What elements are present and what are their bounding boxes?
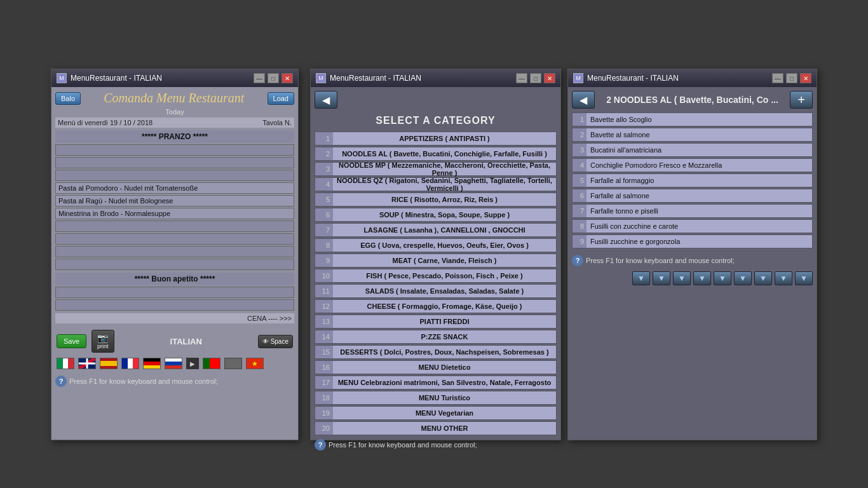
category-item-4[interactable]: 4 NOODLES QZ ( Rigatoni, Sedanini, Spagh… (315, 177, 557, 191)
category-item-8[interactable]: 8 EGG ( Uova, crespelle, Huevos, Oeufs, … (315, 238, 557, 252)
window-title-right: MenuRestaurant - ITALIAN (587, 74, 679, 83)
category-item-10[interactable]: 10 FISH ( Pesce, Pescado, Poisson, Fisch… (315, 269, 557, 283)
category-item-9[interactable]: 9 MEAT ( Carne, Viande, Fleisch ) (315, 254, 557, 268)
menu-row-3[interactable] (55, 170, 294, 181)
help-text-middle: Press F1 for know keyboard and mouse con… (329, 441, 477, 449)
category-item-5[interactable]: 5 RICE ( Risotto, Arroz, Riz, Reis ) (315, 193, 557, 207)
dish-item-8[interactable]: 8 Fusilli con zucchine e carote (572, 219, 813, 233)
category-item-20[interactable]: 20 MENU OTHER (315, 421, 557, 435)
app-icon-right: M (573, 73, 583, 83)
balo-button[interactable]: Balo (55, 92, 81, 105)
down-arrow-3[interactable]: ▼ (673, 271, 691, 285)
category-item-2[interactable]: 2 NOODLES AL ( Bavette, Bucatini, Conchi… (315, 147, 557, 161)
maximize-btn-left[interactable]: □ (268, 73, 279, 83)
dish-item-1[interactable]: 1 Bavette allo Scoglio (572, 112, 813, 126)
space-button[interactable]: 👁 Space (258, 335, 293, 348)
help-text-left: Press F1 for know keyboard and mouse con… (69, 377, 218, 385)
add-button[interactable]: + (790, 91, 813, 109)
dish-item-9[interactable]: 9 Fusilli zucchine e gorgonzola (572, 234, 813, 248)
category-item-19[interactable]: 19 MENU Vegetarian (315, 406, 557, 420)
minimize-btn-left[interactable]: — (254, 73, 265, 83)
menu-row-1[interactable] (55, 144, 294, 156)
category-item-13[interactable]: 13 PIATTI FREDDI (315, 315, 557, 329)
menu-row-11[interactable] (55, 287, 294, 298)
bottom-controls: Save 📷 print ITALIAN 👁 Space (55, 327, 294, 355)
help-icon-right[interactable]: ? (572, 255, 583, 266)
menu-row-10[interactable] (55, 259, 294, 270)
category-item-6[interactable]: 6 SOUP ( Minestra, Sopa, Soupe, Suppe ) (315, 208, 557, 222)
flag-portugal[interactable] (203, 358, 220, 369)
flag-germany[interactable] (143, 358, 161, 369)
minimize-btn-right[interactable]: — (772, 73, 783, 83)
maximize-btn-middle[interactable]: □ (530, 73, 541, 83)
window-left-content: Balo Comanda Menu Restaurant Load Today … (51, 87, 298, 440)
back-button-right[interactable]: ◀ (572, 91, 595, 109)
menu-date: Menù di venerdì 19 / 10 / 2018 (58, 119, 153, 126)
menu-row-4[interactable]: Pasta al Pomodoro - Nudel mit Tomatensoß… (55, 182, 294, 194)
flag-spain[interactable] (100, 358, 118, 369)
save-button[interactable]: Save (57, 334, 86, 348)
flag-uk[interactable] (78, 358, 96, 369)
flag-france[interactable] (121, 358, 139, 369)
dish-item-7[interactable]: 7 Farfalle tonno e piselli (572, 204, 813, 218)
down-arrow-1[interactable]: ▼ (632, 271, 650, 285)
dish-item-4[interactable]: 4 Conchiglie Pomodoro Fresco e Mozzarell… (572, 158, 813, 172)
maximize-btn-right[interactable]: □ (786, 73, 797, 83)
menu-row-5[interactable]: Pasta al Ragù - Nudel mit Bolognese (55, 195, 294, 207)
down-arrow-7[interactable]: ▼ (754, 271, 772, 285)
close-btn-middle[interactable]: ✕ (544, 73, 555, 83)
today-label: Today (55, 108, 294, 116)
camera-button[interactable]: 📷 print (92, 330, 114, 353)
down-arrow-2[interactable]: ▼ (653, 271, 670, 285)
down-arrow-5[interactable]: ▼ (714, 271, 731, 285)
help-icon-middle[interactable]: ? (315, 439, 326, 451)
menu-row-8[interactable] (55, 233, 294, 245)
down-arrow-6[interactable]: ▼ (734, 271, 752, 285)
help-area-left: ? Press F1 for know keyboard and mouse c… (55, 376, 294, 387)
dish-item-6[interactable]: 6 Farfalle al salmone (572, 189, 813, 203)
category-item-1[interactable]: 1 APPETIZERS ( ANTIPASTI ) (315, 132, 557, 146)
category-item-18[interactable]: 18 MENU Turistico (315, 391, 557, 405)
down-arrow-8[interactable]: ▼ (775, 271, 792, 285)
down-arrow-4[interactable]: ▼ (693, 271, 711, 285)
close-btn-left[interactable]: ✕ (281, 73, 293, 83)
noodles-header: ◀ 2 NOODLES AL ( Bavette, Bucatini, Co .… (572, 91, 813, 109)
dish-item-2[interactable]: 2 Bavette al salmone (572, 128, 813, 142)
title-bar-middle: M MenuRestaurant - ITALIAN — □ ✕ (311, 69, 560, 87)
dish-item-5[interactable]: 5 Farfalle al formaggio (572, 173, 813, 187)
menu-table: Tavola N. (262, 119, 292, 126)
category-item-15[interactable]: 15 DESSERTS ( Dolci, Postres, Doux, Nach… (315, 345, 557, 359)
load-button[interactable]: Load (268, 92, 294, 105)
window-right-content: ◀ 2 NOODLES AL ( Bavette, Bucatini, Co .… (568, 87, 817, 440)
category-item-17[interactable]: 17 MENU Celebrazioni matrimoni, San Silv… (315, 376, 557, 390)
category-item-12[interactable]: 12 CHEESE ( Formaggio, Fromage, Käse, Qu… (315, 299, 557, 313)
flag-arrow[interactable]: ▶ (186, 358, 199, 369)
noodles-title: 2 NOODLES AL ( Bavette, Bucatini, Co ... (595, 95, 790, 105)
dish-item-3[interactable]: 3 Bucatini all'amatriciana (572, 143, 813, 157)
category-item-16[interactable]: 16 MENU Dietetico (315, 360, 557, 374)
close-btn-right[interactable]: ✕ (800, 73, 811, 83)
category-list: 1 APPETIZERS ( ANTIPASTI ) 2 NOODLES AL … (315, 132, 557, 435)
menu-row-9[interactable] (55, 246, 294, 257)
flag-china[interactable]: ★ (246, 358, 264, 369)
category-item-11[interactable]: 11 SALADS ( Insalate, Ensaladas, Saladas… (315, 284, 557, 298)
category-item-14[interactable]: 14 P:ZZE SNACK (315, 330, 557, 344)
restaurant-title: Comanda Menu Restaurant (85, 91, 263, 105)
flag-italy[interactable] (57, 358, 74, 369)
category-item-3[interactable]: 3 NOODLES MP ( Mezzemaniche, Maccheroni,… (315, 162, 557, 176)
back-button-middle[interactable]: ◀ (315, 91, 337, 109)
help-icon-left[interactable]: ? (55, 376, 67, 387)
category-item-7[interactable]: 7 LASAGNE ( Lasanha ), CANNELLONI , GNOC… (315, 223, 557, 237)
window-title-left: MenuRestaurant - ITALIAN (71, 74, 162, 83)
window-title-middle: MenuRestaurant - ITALIAN (330, 74, 421, 83)
flag-russia[interactable] (165, 358, 182, 369)
app-icon-middle: M (316, 73, 326, 83)
menu-row-6[interactable]: Minestrina in Brodo - Normalesuppe (55, 208, 294, 219)
menu-row-12[interactable] (55, 299, 294, 311)
menu-row-2[interactable] (55, 157, 294, 168)
help-text-right: Press F1 for know keyboard and mouse con… (586, 257, 735, 264)
menu-row-7[interactable] (55, 220, 294, 232)
flag-blank[interactable] (224, 358, 242, 369)
minimize-btn-middle[interactable]: — (516, 73, 527, 83)
down-arrow-9[interactable]: ▼ (795, 271, 813, 285)
